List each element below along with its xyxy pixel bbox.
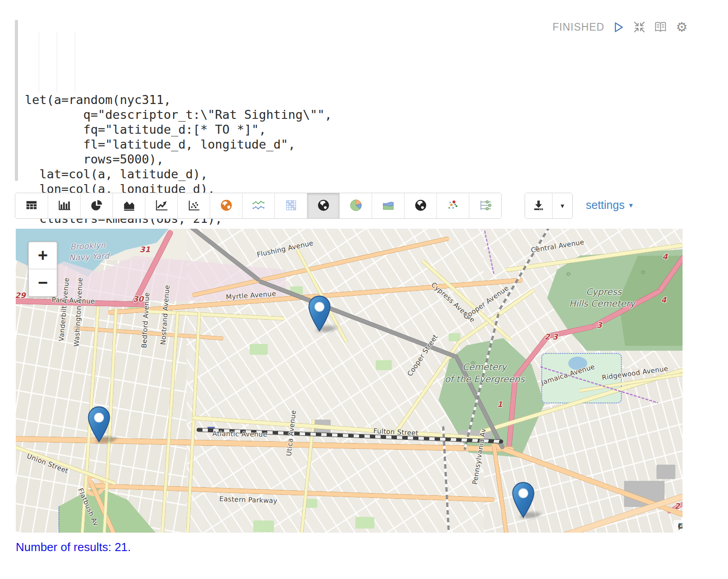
pie-colored-icon: [349, 199, 363, 213]
settings-link[interactable]: settings ▼: [586, 199, 634, 212]
map-marker-pin[interactable]: [512, 482, 535, 518]
pie-chart-icon: [90, 199, 103, 213]
globe-dark-icon: [414, 199, 427, 213]
zoom-out-button[interactable]: −: [29, 269, 57, 296]
table-button[interactable]: [15, 193, 48, 218]
play-icon[interactable]: [611, 20, 625, 34]
globe-dark-icon: [317, 199, 330, 213]
collapse-icon[interactable]: [632, 20, 647, 34]
result-text: Number of results: 21.: [16, 540, 131, 554]
book-toc-icon[interactable]: [653, 20, 668, 34]
download-button[interactable]: [525, 193, 552, 218]
area-colored-icon: [382, 199, 395, 213]
attribution-suffix: contributors: [678, 522, 683, 531]
bar-chart-button[interactable]: [48, 193, 80, 218]
line-chart-button[interactable]: [145, 193, 177, 218]
paragraph-status: FINISHED: [553, 21, 604, 33]
code-line: fq="latitude_d:[* TO *]",: [25, 122, 376, 137]
code-line: fl="latitude_d, longitude_d",: [25, 137, 376, 152]
line-chart-icon: [155, 199, 168, 213]
table-icon: [25, 199, 38, 213]
pie-chart-colored-button[interactable]: [339, 193, 372, 218]
download-caret-button[interactable]: ▼: [552, 193, 572, 218]
paragraph-controls: FINISHED ⚙: [553, 20, 689, 34]
scatter-icon: [187, 199, 201, 213]
zoom-in-button[interactable]: +: [29, 242, 57, 269]
scatter-colored-icon: [446, 199, 460, 213]
indent-guide: [75, 33, 75, 92]
cluster-scatter-button[interactable]: [436, 193, 469, 218]
map-marker-pin[interactable]: [88, 406, 110, 443]
indent-guide: [39, 33, 39, 92]
slider-controls-button[interactable]: [469, 193, 501, 218]
chart-type-group: [15, 193, 502, 219]
map-marker-pin[interactable]: [308, 295, 331, 332]
leaflet-map-button[interactable]: [307, 193, 339, 218]
caret-down-icon: ▼: [628, 202, 634, 209]
leaflet-map[interactable]: ✡ ✡ ✡ BrooklynNavy YardFlushing AvenueCe…: [16, 229, 683, 533]
globe-orange-button[interactable]: [210, 193, 242, 218]
matrix-icon: [284, 199, 298, 213]
map-attribution: Leaflet | © OpenStreetMap contributors: [674, 520, 683, 533]
globe-alt-button[interactable]: [404, 193, 436, 218]
zeppelin-paragraph: let(a=random(nyc311, q="descriptor_t:\"R…: [0, 0, 728, 579]
area-chart-colored-button[interactable]: [372, 193, 404, 218]
editor-scrollbar[interactable]: [15, 20, 18, 181]
bar-chart-icon: [58, 199, 71, 213]
area-chart-button[interactable]: [112, 193, 145, 218]
sliders-icon: [478, 199, 493, 213]
download-icon: [532, 199, 545, 213]
code-line: q="descriptor_t:\"Rat Sighting\"",: [25, 107, 376, 122]
globe-orange-icon: [220, 199, 233, 213]
matrix-button[interactable]: [274, 193, 307, 218]
code-line: let(a=random(nyc311,: [25, 92, 376, 107]
download-group: ▼: [525, 193, 573, 219]
code-lines: let(a=random(nyc311, q="descriptor_t:\"R…: [25, 18, 376, 256]
gear-icon[interactable]: ⚙: [674, 20, 689, 34]
caret-down-icon: ▼: [560, 203, 566, 209]
indent-guide: [57, 33, 57, 92]
sparklines-icon: [252, 199, 266, 213]
sparklines-button[interactable]: [242, 193, 274, 218]
pie-chart-button[interactable]: [80, 193, 112, 218]
code-line: rows=5000),: [25, 152, 376, 167]
settings-label: settings: [586, 199, 625, 211]
area-chart-icon: [122, 199, 136, 213]
scatter-plot-button[interactable]: [177, 193, 210, 218]
code-line: lat=col(a, latitude_d),: [25, 167, 376, 181]
zoom-control: + −: [28, 241, 58, 297]
map-markers-layer: [16, 229, 683, 533]
